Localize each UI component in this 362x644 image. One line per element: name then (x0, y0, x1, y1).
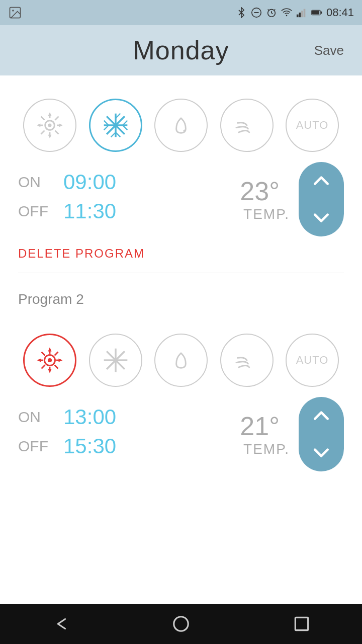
program-2-temp-stepper: 21° TEMP. (240, 397, 344, 471)
page-title: Monday (133, 35, 229, 65)
program-2-temp-value: 21° (240, 411, 280, 441)
fan-wind-icon (233, 346, 261, 374)
svg-point-26 (48, 124, 52, 127)
top-bar: Monday Save (0, 25, 362, 75)
svg-rect-62 (295, 617, 308, 630)
chevron-up-icon (312, 171, 331, 190)
svg-point-61 (174, 617, 189, 631)
program-2-temp-down-button[interactable] (299, 434, 344, 471)
back-icon (51, 614, 70, 633)
image-icon (8, 6, 22, 20)
program-1-temp-down-button[interactable] (299, 199, 344, 236)
off-label: OFF (18, 203, 63, 220)
program-1-fan-mode-button[interactable] (220, 99, 274, 152)
program-1-cool-mode-button[interactable] (89, 99, 142, 152)
program-1-mode-icons: AUTO (18, 80, 344, 162)
svg-rect-11 (299, 13, 301, 17)
dry-icon (167, 111, 195, 139)
program-1-heat-mode-button[interactable] (23, 99, 76, 152)
program-1-on-time[interactable]: 09:00 (63, 170, 240, 194)
svg-line-24 (55, 117, 59, 120)
program-2-on-time[interactable]: 13:00 (63, 405, 240, 429)
svg-rect-12 (301, 11, 303, 17)
svg-rect-16 (312, 11, 319, 14)
program-1-dry-mode-button[interactable] (154, 99, 208, 152)
battery-icon (311, 7, 322, 18)
svg-line-50 (55, 365, 58, 369)
on-label: ON (18, 409, 63, 426)
status-bar-right: 08:41 (236, 6, 354, 19)
svg-line-7 (268, 10, 269, 11)
program-2-cool-mode-button[interactable] (89, 334, 142, 387)
svg-line-8 (274, 10, 276, 11)
program-1-temp-stepper: 23° TEMP. (240, 162, 344, 236)
svg-marker-28 (48, 135, 52, 138)
off-label: OFF (18, 438, 63, 455)
status-time: 08:41 (326, 6, 354, 19)
main-content: AUTO ON 09:00 OFF 11:30 23° TEMP. (0, 75, 362, 471)
svg-marker-56 (59, 359, 63, 362)
svg-marker-27 (48, 112, 52, 116)
svg-line-6 (272, 13, 273, 14)
svg-rect-10 (297, 15, 299, 17)
program-2-temp-display: 21° TEMP. (240, 411, 290, 457)
chevron-up-icon (312, 406, 331, 425)
on-label: ON (18, 174, 63, 191)
program-1-stepper (299, 162, 344, 236)
program-2-temp-label: TEMP. (243, 441, 290, 457)
program-1-temp-display: 23° TEMP. (240, 176, 290, 222)
program-divider (18, 273, 344, 273)
auto-label: AUTO (296, 119, 329, 132)
recents-icon (292, 614, 311, 633)
program-2-off-row: OFF 15:30 (18, 434, 240, 458)
program-2: Program 2 (18, 286, 344, 471)
svg-point-44 (48, 358, 52, 362)
program-2-temp-up-button[interactable] (299, 397, 344, 434)
home-button[interactable] (171, 614, 191, 633)
program-1-auto-mode-button[interactable]: AUTO (286, 99, 339, 152)
svg-point-9 (286, 15, 288, 17)
program-2-label: Program 2 (18, 291, 344, 307)
fan-wind-icon (233, 111, 261, 139)
chevron-down-icon (312, 208, 331, 227)
delete-program-button[interactable]: DELETE PROGRAM (18, 247, 145, 261)
svg-line-49 (42, 352, 45, 356)
back-button[interactable] (51, 614, 70, 633)
recents-button[interactable] (292, 614, 311, 633)
status-bar-left (8, 6, 22, 20)
svg-marker-30 (59, 124, 63, 127)
program-1-temp-value: 23° (240, 176, 280, 206)
chevron-down-icon (312, 443, 331, 462)
program-1: AUTO ON 09:00 OFF 11:30 23° TEMP. (18, 75, 344, 273)
program-2-dry-mode-button[interactable] (154, 334, 208, 387)
home-icon (171, 614, 191, 633)
program-2-on-row: ON 13:00 (18, 405, 240, 429)
heat-icon (36, 111, 64, 139)
heat-icon (36, 346, 64, 374)
save-button[interactable]: Save (314, 43, 344, 58)
program-2-auto-mode-button[interactable]: AUTO (286, 334, 339, 387)
program-2-off-time[interactable]: 15:30 (63, 434, 240, 458)
program-1-temp-label: TEMP. (243, 206, 290, 222)
program-2-fan-mode-button[interactable] (220, 334, 274, 387)
svg-point-1 (12, 10, 14, 12)
program-1-on-row: ON 09:00 (18, 170, 240, 194)
svg-rect-15 (321, 12, 322, 14)
wifi-icon (281, 7, 292, 18)
program-1-off-row: OFF 11:30 (18, 199, 240, 223)
svg-marker-54 (48, 369, 52, 373)
do-not-disturb-icon (251, 7, 262, 18)
dry-icon (167, 346, 195, 374)
snowflake-icon (102, 111, 130, 139)
program-2-heat-mode-button[interactable] (23, 334, 76, 387)
svg-marker-55 (37, 359, 41, 362)
program-2-mode-icons: AUTO (18, 315, 344, 397)
status-bar: 08:41 (0, 0, 362, 25)
svg-line-52 (42, 365, 45, 369)
program-1-off-time[interactable]: 11:30 (63, 199, 240, 223)
svg-line-51 (55, 352, 58, 356)
program-1-times: ON 09:00 OFF 11:30 (18, 170, 240, 228)
program-1-schedule-row: ON 09:00 OFF 11:30 23° TEMP. (18, 162, 344, 236)
program-2-stepper (299, 397, 344, 471)
program-1-temp-up-button[interactable] (299, 162, 344, 199)
